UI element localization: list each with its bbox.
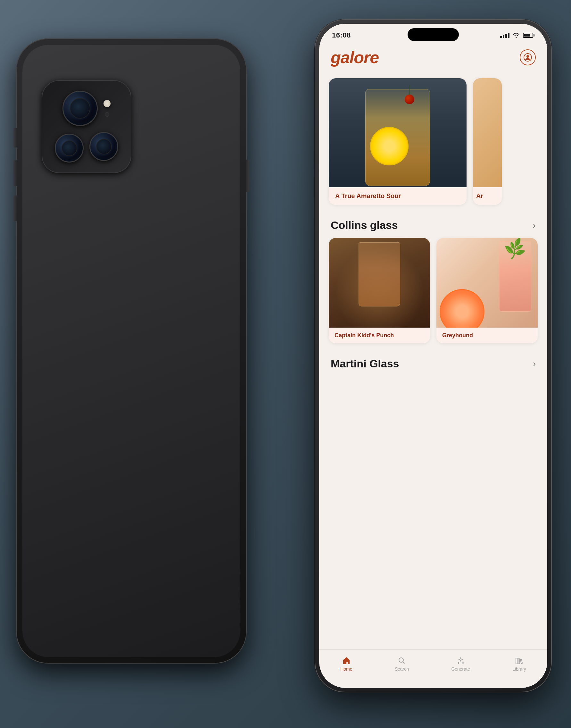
silent-switch[interactable] xyxy=(13,128,17,147)
nav-item-library[interactable]: Library xyxy=(506,654,533,674)
app-header: galore xyxy=(319,43,547,72)
featured-card-label-amaretto: A True Amaretto Sour xyxy=(329,187,467,205)
camera-module xyxy=(42,80,131,173)
bottom-navigation: Home Search xyxy=(319,649,547,688)
signal-bar-2 xyxy=(503,35,504,38)
cherry-decoration xyxy=(405,95,414,104)
sparkles-icon xyxy=(456,656,465,665)
scroll-content: A True Amaretto Sour Ar Collins glass › xyxy=(319,72,547,659)
svg-point-1 xyxy=(527,55,529,58)
martini-chevron-icon[interactable]: › xyxy=(533,359,536,369)
amaretto-drink-image xyxy=(329,78,467,187)
featured-card-partial[interactable]: Ar xyxy=(473,78,502,205)
volume-up-button[interactable] xyxy=(13,160,17,186)
power-button[interactable] xyxy=(246,160,249,192)
dynamic-island xyxy=(408,28,459,41)
camera-lens-main xyxy=(63,91,98,126)
books-icon xyxy=(515,656,524,665)
collins-chevron-icon[interactable]: › xyxy=(533,220,536,230)
battery-body xyxy=(523,33,533,38)
microphone-dot xyxy=(105,112,109,117)
cocktail-label-greyhound: Greyhound xyxy=(436,328,538,343)
partial-card-image xyxy=(473,78,502,187)
status-icons xyxy=(500,32,535,38)
collins-section-title: Collins glass xyxy=(331,219,398,231)
flash-led xyxy=(104,100,111,107)
person-circle-icon xyxy=(523,53,532,62)
nav-item-search[interactable]: Search xyxy=(388,654,415,674)
battery-indicator xyxy=(523,33,535,38)
nav-label-generate: Generate xyxy=(451,666,470,671)
camera-lens-tertiary xyxy=(89,132,118,161)
punch-drink-image xyxy=(329,238,430,328)
phone-front-device: 16:08 xyxy=(315,19,552,693)
nav-label-search: Search xyxy=(395,666,409,671)
phone-back-surface xyxy=(22,45,240,657)
nav-label-library: Library xyxy=(512,666,526,671)
lemon-decoration xyxy=(370,127,409,166)
nav-label-home: Home xyxy=(340,666,352,671)
cocktail-card-greyhound[interactable]: 🌿 Greyhound xyxy=(436,238,538,343)
volume-down-button[interactable] xyxy=(13,196,17,221)
wifi-icon xyxy=(513,32,520,38)
punch-glass xyxy=(359,242,400,306)
battery-tip xyxy=(534,34,535,36)
signal-bar-4 xyxy=(508,33,509,38)
app-content: galore xyxy=(319,43,547,688)
collins-cocktail-grid: Captain Kidd's Punch 🌿 Greyhound xyxy=(319,238,547,350)
greyhound-drink-image: 🌿 xyxy=(436,238,538,328)
cocktail-label-punch: Captain Kidd's Punch xyxy=(329,328,430,343)
svg-rect-4 xyxy=(518,659,520,664)
martini-section-title: Martini Glass xyxy=(331,357,399,370)
phone-screen-bezel: 16:08 xyxy=(319,24,547,688)
signal-bars xyxy=(500,33,509,38)
signal-bar-3 xyxy=(505,34,507,38)
featured-card-amaretto[interactable]: A True Amaretto Sour xyxy=(329,78,467,205)
profile-button[interactable] xyxy=(520,49,536,66)
house-icon xyxy=(342,656,351,665)
status-time: 16:08 xyxy=(332,31,351,39)
martini-section-header[interactable]: Martini Glass › xyxy=(319,350,547,376)
nav-item-home[interactable]: Home xyxy=(334,654,359,674)
collins-section-header[interactable]: Collins glass › xyxy=(319,211,547,238)
app-logo: galore xyxy=(331,48,379,67)
featured-section: A True Amaretto Sour Ar xyxy=(319,72,547,211)
nav-item-generate[interactable]: Generate xyxy=(445,654,476,674)
phone-screen: 16:08 xyxy=(319,24,547,688)
svg-rect-3 xyxy=(516,658,518,664)
camera-lens-secondary xyxy=(55,134,84,163)
signal-bar-1 xyxy=(500,36,502,38)
grapefruit-decoration xyxy=(440,289,484,328)
search-icon xyxy=(397,656,406,665)
battery-fill xyxy=(524,34,530,36)
phone-back-device xyxy=(16,38,247,663)
partial-card-label: Ar xyxy=(473,187,502,205)
cocktail-card-punch[interactable]: Captain Kidd's Punch xyxy=(329,238,430,343)
